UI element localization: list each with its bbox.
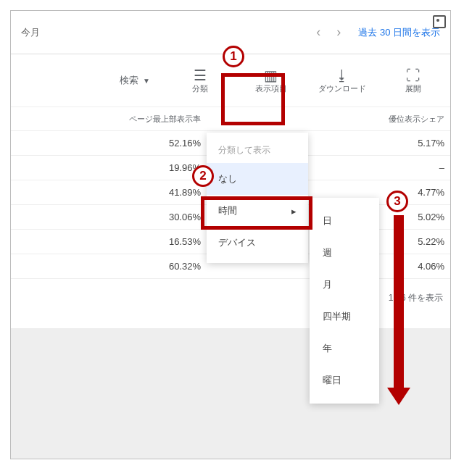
download-icon: ⭳ [335,67,349,83]
search-label: 検索 [120,74,138,87]
search-dropdown[interactable]: 検索 ▼ [120,74,150,87]
annotation-box-segment [221,73,285,125]
cell-share: 5.17% [349,138,450,149]
save-report-icon[interactable] [433,15,446,28]
expand-icon: ⛶ [406,67,420,83]
time-submenu-quarter[interactable]: 四半期 [310,301,379,333]
segment-label: 分類 [192,83,208,94]
col-share[interactable]: 優位表示シェア [349,114,450,125]
segment-menu-none[interactable]: なし [207,163,308,195]
row-count-footer: 1 - 6 件を表示 [11,279,450,317]
report-panel: 今月 ‹ › 過去 30 日間を表示 検索 ▼ ☰ 分類 ▥ 表示項目 [10,10,451,459]
download-label: ダウンロード [318,83,366,94]
time-submenu-month[interactable]: 月 [310,269,379,301]
chevron-down-icon: ▼ [143,77,150,85]
time-submenu-week[interactable]: 週 [310,237,379,269]
cell-top-rate: 60.32% [11,261,214,272]
cell-top-rate: 16.53% [11,236,214,247]
segment-menu-device[interactable]: デバイス [207,227,308,259]
time-submenu: 日 週 月 四半期 年 曜日 [310,198,379,404]
col-top-rate[interactable]: ページ最上部表示率 [11,114,214,125]
annotation-arrow-down [394,215,404,389]
date-period[interactable]: 今月 [21,26,40,39]
cell-top-rate: 19.96% [11,162,214,173]
date-pager: ‹ › [316,25,341,40]
time-submenu-day[interactable]: 日 [310,205,379,237]
annotation-3: 3 [386,191,408,212]
segment-menu-header: 分類して表示 [207,137,308,163]
segment-button[interactable]: ☰ 分類 [172,59,228,102]
cell-top-rate: 52.16% [11,138,214,149]
annotation-2: 2 [192,165,214,187]
cell-share: – [349,162,450,173]
empty-area [11,328,450,459]
chevron-left-icon[interactable]: ‹ [316,25,320,40]
menu-item-label: デバイス [218,236,256,249]
cell-top-rate: 30.06% [11,212,214,222]
menu-item-label: なし [218,172,237,185]
last-30-days-link[interactable]: 過去 30 日間を表示 [358,26,440,39]
download-button[interactable]: ⭳ ダウンロード [314,59,370,102]
expand-button[interactable]: ⛶ 展開 [385,59,442,102]
expand-label: 展開 [405,83,421,94]
chevron-right-icon[interactable]: › [336,25,341,40]
time-submenu-weekday[interactable]: 曜日 [310,364,379,396]
time-submenu-year[interactable]: 年 [310,333,379,364]
annotation-1: 1 [223,46,244,67]
annotation-box-time [201,196,312,230]
cell-top-rate: 41.89% [11,187,214,198]
segment-icon: ☰ [194,67,207,83]
